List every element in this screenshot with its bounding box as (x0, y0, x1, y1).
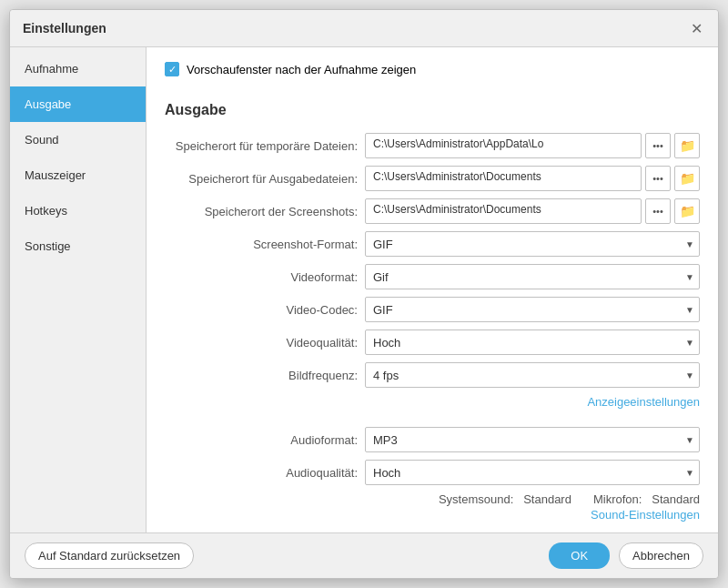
temp-folder-btn[interactable]: 📁 (674, 133, 700, 158)
videoformat-dropdown-wrapper: Gif ▼ (365, 264, 700, 289)
folder-icon: 📁 (680, 204, 695, 218)
screenshot-path-display[interactable]: C:\Users\Administrator\Documents (365, 198, 642, 224)
bildfrequenz-row: Bildfrequenz: 4 fps ▼ (165, 362, 700, 388)
content-area: ✓ Vorschaufenster nach der Aufnahme zeig… (147, 47, 718, 532)
audioformat-row: Audioformat: MP3 ▼ (165, 427, 700, 452)
settings-dialog: Einstellungen ✕ Aufnahme Ausgabe Sound M… (9, 9, 719, 579)
bildfrequenz-label: Bildfrequenz: (165, 369, 365, 382)
preview-row: ✓ Vorschaufenster nach der Aufnahme zeig… (165, 62, 700, 87)
videoqualitaet-select[interactable]: Hoch (365, 329, 700, 355)
main-area: Aufnahme Ausgabe Sound Mauszeiger Hotkey… (10, 47, 718, 532)
systemsound-value: Standard (523, 492, 571, 506)
cancel-button[interactable]: Abbrechen (619, 542, 703, 569)
audioqualitaet-row: Audioqualität: Hoch ▼ (165, 460, 700, 485)
video-codec-select[interactable]: GIF (365, 297, 700, 322)
preview-checkbox[interactable]: ✓ (165, 62, 179, 76)
videoqualitaet-label: Videoqualität: (165, 336, 365, 350)
audioformat-select[interactable]: MP3 (365, 427, 700, 452)
temp-dots-btn[interactable]: ••• (645, 133, 671, 158)
video-codec-dropdown-wrapper: GIF ▼ (365, 297, 700, 322)
mikrofon-info: Mikrofon: Standard (593, 492, 700, 506)
footer-right: OK Abbrechen (549, 542, 703, 569)
videoformat-select[interactable]: Gif (365, 264, 700, 289)
sidebar-item-sonstige[interactable]: Sonstige (10, 228, 146, 264)
temp-files-row: Speicherort für temporäre Dateien: C:\Us… (165, 133, 700, 158)
sidebar-item-ausgabe[interactable]: Ausgabe (10, 86, 146, 122)
reset-button[interactable]: Auf Standard zurücksetzen (25, 542, 194, 569)
anzeige-link[interactable]: Anzeigeeinstellungen (587, 395, 700, 409)
screenshot-location-row: Speicherort der Screenshots: C:\Users\Ad… (165, 198, 700, 224)
output-path-wrapper: C:\Users\Administrator\Documents ••• 📁 (365, 166, 700, 191)
ok-button[interactable]: OK (549, 542, 610, 569)
screenshot-location-label: Speicherort der Screenshots: (165, 205, 365, 218)
screenshot-folder-btn[interactable]: 📁 (674, 198, 700, 224)
footer: Auf Standard zurücksetzen OK Abbrechen (10, 532, 718, 578)
sidebar-item-aufnahme[interactable]: Aufnahme (10, 51, 146, 86)
videoformat-row: Videoformat: Gif ▼ (165, 264, 700, 289)
screenshot-path-wrapper: C:\Users\Administrator\Documents ••• 📁 (365, 198, 700, 224)
video-codec-row: Video-Codec: GIF ▼ (165, 297, 700, 322)
screenshot-format-row: Screenshot-Format: GIF ▼ (165, 231, 700, 257)
sound-settings-link[interactable]: Sound-Einstellungen (591, 508, 700, 522)
folder-icon: 📁 (680, 171, 695, 186)
bildfrequenz-select[interactable]: 4 fps (365, 362, 700, 388)
video-codec-label: Video-Codec: (165, 303, 365, 317)
close-button[interactable]: ✕ (687, 19, 705, 37)
videoformat-label: Videoformat: (165, 270, 365, 284)
dialog-title: Einstellungen (23, 21, 106, 35)
audioqualitaet-dropdown-wrapper: Hoch ▼ (365, 460, 700, 485)
preview-label: Vorschaufenster nach der Aufnahme zeigen (187, 63, 416, 76)
mikrofon-value: Standard (652, 492, 700, 506)
output-label: Speicherort für Ausgabedateien: (165, 172, 365, 186)
temp-label: Speicherort für temporäre Dateien: (165, 139, 365, 153)
preview-checkbox-wrapper[interactable]: ✓ Vorschaufenster nach der Aufnahme zeig… (165, 62, 416, 76)
section-title: Ausgabe (165, 102, 700, 118)
screenshot-format-label: Screenshot-Format: (165, 238, 365, 251)
screenshot-format-dropdown-wrapper: GIF ▼ (365, 231, 700, 257)
sidebar-item-sound[interactable]: Sound (10, 122, 146, 157)
output-path-display[interactable]: C:\Users\Administrator\Documents (365, 166, 642, 191)
audioformat-label: Audioformat: (165, 433, 365, 447)
temp-path-wrapper: C:\Users\Administrator\AppData\Lo ••• 📁 (365, 133, 700, 158)
output-dots-btn[interactable]: ••• (645, 166, 671, 191)
systemsound-label: Systemsound: Standard (439, 492, 571, 506)
temp-path-display[interactable]: C:\Users\Administrator\AppData\Lo (365, 133, 642, 158)
audioformat-dropdown-wrapper: MP3 ▼ (365, 427, 700, 452)
output-folder-btn[interactable]: 📁 (674, 166, 700, 191)
videoqualitaet-dropdown-wrapper: Hoch ▼ (365, 329, 700, 355)
audioqualitaet-select[interactable]: Hoch (365, 460, 700, 485)
title-bar: Einstellungen ✕ (10, 10, 718, 47)
system-sound-row: Systemsound: Standard Mikrofon: Standard (165, 492, 700, 506)
anzeige-link-row: Anzeigeeinstellungen (165, 395, 700, 409)
audioqualitaet-label: Audioqualität: (165, 466, 365, 480)
sidebar: Aufnahme Ausgabe Sound Mauszeiger Hotkey… (10, 47, 147, 532)
folder-icon: 📁 (680, 138, 695, 153)
output-files-row: Speicherort für Ausgabedateien: C:\Users… (165, 166, 700, 191)
sidebar-item-mauszeiger[interactable]: Mauszeiger (10, 157, 146, 193)
bildfrequenz-dropdown-wrapper: 4 fps ▼ (365, 362, 700, 388)
videoqualitaet-row: Videoqualität: Hoch ▼ (165, 329, 700, 355)
screenshot-dots-btn[interactable]: ••• (645, 198, 671, 224)
sound-link-row: Sound-Einstellungen (165, 508, 700, 522)
sidebar-item-hotkeys[interactable]: Hotkeys (10, 193, 146, 228)
screenshot-format-select[interactable]: GIF (365, 231, 700, 257)
